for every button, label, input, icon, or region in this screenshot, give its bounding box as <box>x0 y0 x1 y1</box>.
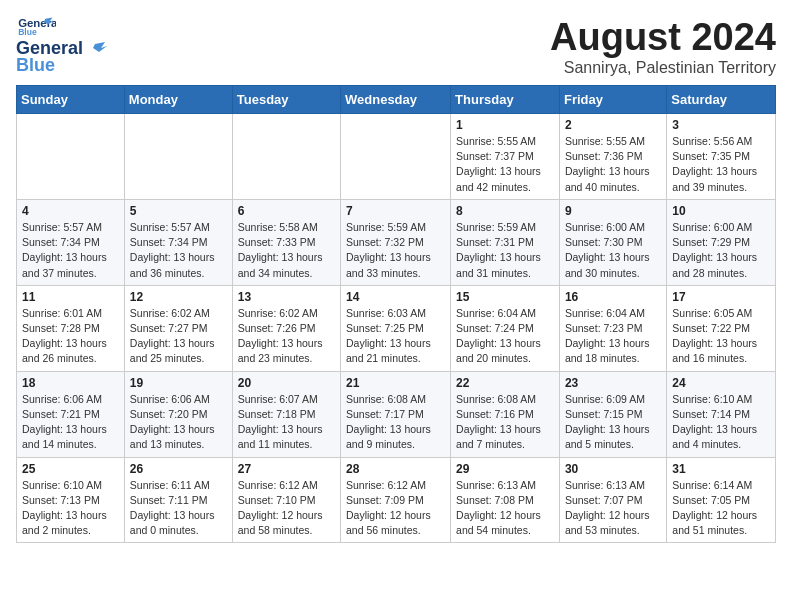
calendar-cell: 24Sunrise: 6:10 AM Sunset: 7:14 PM Dayli… <box>667 371 776 457</box>
day-number: 19 <box>130 376 227 390</box>
day-detail: Sunrise: 6:09 AM Sunset: 7:15 PM Dayligh… <box>565 392 661 453</box>
day-detail: Sunrise: 6:12 AM Sunset: 7:10 PM Dayligh… <box>238 478 335 539</box>
day-detail: Sunrise: 6:13 AM Sunset: 7:07 PM Dayligh… <box>565 478 661 539</box>
calendar-cell <box>341 114 451 200</box>
day-detail: Sunrise: 5:55 AM Sunset: 7:37 PM Dayligh… <box>456 134 554 195</box>
title-block: August 2024 Sannirya, Palestinian Territ… <box>550 16 776 77</box>
day-number: 31 <box>672 462 770 476</box>
day-number: 16 <box>565 290 661 304</box>
calendar-cell: 16Sunrise: 6:04 AM Sunset: 7:23 PM Dayli… <box>559 285 666 371</box>
day-number: 29 <box>456 462 554 476</box>
day-number: 30 <box>565 462 661 476</box>
calendar-cell: 22Sunrise: 6:08 AM Sunset: 7:16 PM Dayli… <box>451 371 560 457</box>
calendar-week-row: 4Sunrise: 5:57 AM Sunset: 7:34 PM Daylig… <box>17 199 776 285</box>
day-detail: Sunrise: 6:04 AM Sunset: 7:23 PM Dayligh… <box>565 306 661 367</box>
day-detail: Sunrise: 5:56 AM Sunset: 7:35 PM Dayligh… <box>672 134 770 195</box>
weekday-header: Wednesday <box>341 86 451 114</box>
day-detail: Sunrise: 6:03 AM Sunset: 7:25 PM Dayligh… <box>346 306 445 367</box>
day-number: 1 <box>456 118 554 132</box>
day-number: 20 <box>238 376 335 390</box>
calendar-cell: 1Sunrise: 5:55 AM Sunset: 7:37 PM Daylig… <box>451 114 560 200</box>
calendar-week-row: 11Sunrise: 6:01 AM Sunset: 7:28 PM Dayli… <box>17 285 776 371</box>
day-detail: Sunrise: 6:06 AM Sunset: 7:21 PM Dayligh… <box>22 392 119 453</box>
calendar-cell: 15Sunrise: 6:04 AM Sunset: 7:24 PM Dayli… <box>451 285 560 371</box>
calendar-cell: 5Sunrise: 5:57 AM Sunset: 7:34 PM Daylig… <box>124 199 232 285</box>
day-detail: Sunrise: 6:10 AM Sunset: 7:14 PM Dayligh… <box>672 392 770 453</box>
day-number: 26 <box>130 462 227 476</box>
day-detail: Sunrise: 5:57 AM Sunset: 7:34 PM Dayligh… <box>130 220 227 281</box>
calendar-cell: 11Sunrise: 6:01 AM Sunset: 7:28 PM Dayli… <box>17 285 125 371</box>
day-detail: Sunrise: 5:55 AM Sunset: 7:36 PM Dayligh… <box>565 134 661 195</box>
calendar-cell: 31Sunrise: 6:14 AM Sunset: 7:05 PM Dayli… <box>667 457 776 543</box>
calendar-week-row: 1Sunrise: 5:55 AM Sunset: 7:37 PM Daylig… <box>17 114 776 200</box>
day-detail: Sunrise: 6:08 AM Sunset: 7:17 PM Dayligh… <box>346 392 445 453</box>
day-number: 7 <box>346 204 445 218</box>
day-number: 14 <box>346 290 445 304</box>
day-number: 5 <box>130 204 227 218</box>
calendar-cell: 21Sunrise: 6:08 AM Sunset: 7:17 PM Dayli… <box>341 371 451 457</box>
calendar-cell: 17Sunrise: 6:05 AM Sunset: 7:22 PM Dayli… <box>667 285 776 371</box>
calendar-cell: 25Sunrise: 6:10 AM Sunset: 7:13 PM Dayli… <box>17 457 125 543</box>
calendar-cell: 29Sunrise: 6:13 AM Sunset: 7:08 PM Dayli… <box>451 457 560 543</box>
day-detail: Sunrise: 5:57 AM Sunset: 7:34 PM Dayligh… <box>22 220 119 281</box>
calendar-week-row: 18Sunrise: 6:06 AM Sunset: 7:21 PM Dayli… <box>17 371 776 457</box>
day-number: 17 <box>672 290 770 304</box>
day-number: 11 <box>22 290 119 304</box>
logo: General Blue General Blue <box>16 16 109 76</box>
day-detail: Sunrise: 6:04 AM Sunset: 7:24 PM Dayligh… <box>456 306 554 367</box>
day-number: 21 <box>346 376 445 390</box>
month-title: August 2024 <box>550 16 776 59</box>
calendar-cell: 14Sunrise: 6:03 AM Sunset: 7:25 PM Dayli… <box>341 285 451 371</box>
day-number: 10 <box>672 204 770 218</box>
day-detail: Sunrise: 6:05 AM Sunset: 7:22 PM Dayligh… <box>672 306 770 367</box>
location-title: Sannirya, Palestinian Territory <box>550 59 776 77</box>
day-number: 8 <box>456 204 554 218</box>
calendar-cell: 28Sunrise: 6:12 AM Sunset: 7:09 PM Dayli… <box>341 457 451 543</box>
day-detail: Sunrise: 6:12 AM Sunset: 7:09 PM Dayligh… <box>346 478 445 539</box>
calendar-cell: 9Sunrise: 6:00 AM Sunset: 7:30 PM Daylig… <box>559 199 666 285</box>
day-detail: Sunrise: 5:58 AM Sunset: 7:33 PM Dayligh… <box>238 220 335 281</box>
day-number: 2 <box>565 118 661 132</box>
calendar-cell: 26Sunrise: 6:11 AM Sunset: 7:11 PM Dayli… <box>124 457 232 543</box>
day-number: 18 <box>22 376 119 390</box>
calendar-header-row: SundayMondayTuesdayWednesdayThursdayFrid… <box>17 86 776 114</box>
weekday-header: Thursday <box>451 86 560 114</box>
calendar-cell: 10Sunrise: 6:00 AM Sunset: 7:29 PM Dayli… <box>667 199 776 285</box>
calendar-table: SundayMondayTuesdayWednesdayThursdayFrid… <box>16 85 776 543</box>
calendar-cell: 2Sunrise: 5:55 AM Sunset: 7:36 PM Daylig… <box>559 114 666 200</box>
calendar-week-row: 25Sunrise: 6:10 AM Sunset: 7:13 PM Dayli… <box>17 457 776 543</box>
svg-marker-3 <box>93 42 107 52</box>
calendar-cell: 27Sunrise: 6:12 AM Sunset: 7:10 PM Dayli… <box>232 457 340 543</box>
day-number: 6 <box>238 204 335 218</box>
calendar-cell: 13Sunrise: 6:02 AM Sunset: 7:26 PM Dayli… <box>232 285 340 371</box>
calendar-cell: 20Sunrise: 6:07 AM Sunset: 7:18 PM Dayli… <box>232 371 340 457</box>
day-number: 4 <box>22 204 119 218</box>
logo-icon: General Blue <box>16 16 56 36</box>
day-detail: Sunrise: 6:07 AM Sunset: 7:18 PM Dayligh… <box>238 392 335 453</box>
day-detail: Sunrise: 6:01 AM Sunset: 7:28 PM Dayligh… <box>22 306 119 367</box>
calendar-cell: 4Sunrise: 5:57 AM Sunset: 7:34 PM Daylig… <box>17 199 125 285</box>
weekday-header: Tuesday <box>232 86 340 114</box>
logo-bird-svg <box>85 42 107 56</box>
day-detail: Sunrise: 6:11 AM Sunset: 7:11 PM Dayligh… <box>130 478 227 539</box>
calendar-cell: 6Sunrise: 5:58 AM Sunset: 7:33 PM Daylig… <box>232 199 340 285</box>
day-number: 25 <box>22 462 119 476</box>
day-detail: Sunrise: 6:00 AM Sunset: 7:30 PM Dayligh… <box>565 220 661 281</box>
day-number: 12 <box>130 290 227 304</box>
page-header: General Blue General Blue August 2024 Sa… <box>16 16 776 77</box>
calendar-cell: 7Sunrise: 5:59 AM Sunset: 7:32 PM Daylig… <box>341 199 451 285</box>
calendar-cell: 18Sunrise: 6:06 AM Sunset: 7:21 PM Dayli… <box>17 371 125 457</box>
day-number: 24 <box>672 376 770 390</box>
weekday-header: Monday <box>124 86 232 114</box>
calendar-cell: 8Sunrise: 5:59 AM Sunset: 7:31 PM Daylig… <box>451 199 560 285</box>
day-detail: Sunrise: 6:14 AM Sunset: 7:05 PM Dayligh… <box>672 478 770 539</box>
weekday-header: Sunday <box>17 86 125 114</box>
day-detail: Sunrise: 6:10 AM Sunset: 7:13 PM Dayligh… <box>22 478 119 539</box>
calendar-cell: 19Sunrise: 6:06 AM Sunset: 7:20 PM Dayli… <box>124 371 232 457</box>
calendar-cell: 30Sunrise: 6:13 AM Sunset: 7:07 PM Dayli… <box>559 457 666 543</box>
weekday-header: Saturday <box>667 86 776 114</box>
calendar-cell <box>232 114 340 200</box>
calendar-cell <box>124 114 232 200</box>
day-number: 3 <box>672 118 770 132</box>
day-detail: Sunrise: 6:00 AM Sunset: 7:29 PM Dayligh… <box>672 220 770 281</box>
